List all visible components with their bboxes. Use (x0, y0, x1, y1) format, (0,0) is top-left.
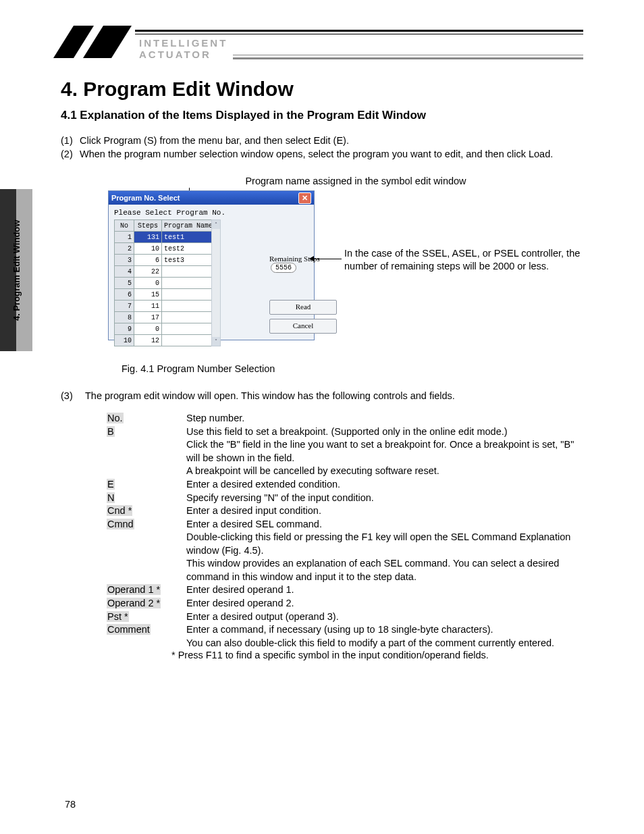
logo-text: INTELLIGENTACTUATOR (139, 37, 227, 61)
cell-name: test1 (162, 232, 215, 243)
definition-row: CommentEnter a command, if necessary (us… (107, 623, 583, 650)
definition-row: EEnter a desired extended condition. (107, 478, 583, 492)
scroll-down-icon[interactable]: ˅ (212, 337, 220, 346)
cell-no: 9 (115, 323, 134, 335)
page-number: 78 (65, 799, 76, 810)
cell-name (162, 323, 215, 335)
cell-steps: 131 (134, 232, 162, 243)
footnote: * Press F11 to find a specific symbol in… (171, 650, 583, 660)
cell-no: 3 (115, 255, 134, 266)
table-row[interactable]: 90 (115, 323, 215, 335)
definition-desc: Enter desired operand 1. (186, 583, 583, 597)
program-select-window: Program No. Select ✕ Please Select Progr… (108, 190, 315, 340)
definition-desc: Enter a desired output (operand 3). (186, 610, 583, 624)
list-number: (3) (61, 390, 85, 401)
definition-term: Operand 1 * (107, 583, 186, 597)
definition-term: E (107, 478, 186, 492)
paragraph: The program edit window will open. This … (85, 390, 455, 401)
cell-name (162, 335, 215, 346)
definition-row: No.Step number. (107, 412, 583, 425)
figure-annotation-side: In the case of the SSEL, ASEL, or PSEL c… (344, 247, 581, 273)
table-row[interactable]: 50 (115, 278, 215, 289)
cell-name (162, 301, 215, 312)
definition-desc: Enter desired operand 2. (186, 597, 583, 610)
definition-row: Operand 1 *Enter desired operand 1. (107, 583, 583, 597)
definition-term: Cmnd (107, 518, 186, 584)
cell-steps: 6 (134, 255, 162, 266)
cell-no: 1 (115, 232, 134, 243)
cell-steps: 12 (134, 335, 162, 346)
definition-term: Pst * (107, 610, 186, 624)
cell-steps: 0 (134, 278, 162, 289)
table-row[interactable]: 711 (115, 301, 215, 312)
figure-caption: Fig. 4.1 Program Number Selection (122, 363, 583, 374)
side-tab: 4. Program Edit Window (0, 189, 32, 351)
logo-mark (61, 24, 128, 60)
definition-term: Comment (107, 623, 186, 650)
read-button[interactable]: Read (269, 300, 337, 315)
figure-annotation-top: Program name assigned in the symbol edit… (128, 176, 583, 186)
definition-row: Cnd *Enter a desired input condition. (107, 504, 583, 518)
definition-term: B (107, 425, 186, 478)
scroll-up-icon[interactable]: ˄ (212, 220, 220, 229)
cell-no: 6 (115, 289, 134, 301)
table-row[interactable]: 36test3 (115, 255, 215, 266)
table-row[interactable]: 422 (115, 266, 215, 278)
col-steps: Steps (134, 220, 162, 232)
cell-steps: 15 (134, 289, 162, 301)
table-row[interactable]: 615 (115, 289, 215, 301)
table-row[interactable]: 1131test1 (115, 232, 215, 243)
cell-name: test2 (162, 243, 215, 255)
definition-term: No. (107, 412, 186, 425)
subsection-heading: 4.1 Explanation of the Items Displayed i… (61, 109, 583, 122)
header: INTELLIGENTACTUATOR (61, 24, 583, 60)
list-number: (1) (61, 134, 80, 148)
definition-desc: Enter a desired SEL command.Double-click… (186, 518, 583, 584)
definition-row: Operand 2 *Enter desired operand 2. (107, 597, 583, 610)
list-number: (2) (61, 148, 80, 161)
definition-term: Operand 2 * (107, 597, 186, 610)
cell-name (162, 289, 215, 301)
side-tab-label: 4. Program Edit Window (0, 189, 32, 351)
cell-steps: 22 (134, 266, 162, 278)
cell-no: 4 (115, 266, 134, 278)
definition-row: Pst *Enter a desired output (operand 3). (107, 610, 583, 624)
paragraph: Click Program (S) from the menu bar, and… (80, 134, 349, 148)
cell-name: test3 (162, 255, 215, 266)
cell-steps: 0 (134, 323, 162, 335)
definition-row: NSpecify reversing "N" of the input cond… (107, 492, 583, 505)
cancel-button[interactable]: Cancel (269, 319, 337, 334)
cell-steps: 17 (134, 312, 162, 323)
paragraph: When the program number selection window… (80, 148, 553, 161)
table-row[interactable]: 1012 (115, 335, 215, 346)
definition-row: BUse this field to set a breakpoint. (Su… (107, 425, 583, 478)
definition-desc: Enter a desired extended condition. (186, 478, 583, 492)
window-prompt: Please Select Program No. (114, 209, 308, 217)
definition-term: Cnd * (107, 504, 186, 518)
cell-name (162, 312, 215, 323)
col-no: No (115, 220, 134, 232)
cell-no: 5 (115, 278, 134, 289)
close-icon[interactable]: ✕ (298, 192, 311, 204)
cell-no: 8 (115, 312, 134, 323)
table-row[interactable]: 817 (115, 312, 215, 323)
section-heading: 4. Program Edit Window (61, 78, 583, 101)
cell-name (162, 266, 215, 278)
program-table[interactable]: No Steps Program Name 1131test1210test23… (114, 219, 215, 346)
definition-desc: Step number. (186, 412, 583, 425)
cell-steps: 10 (134, 243, 162, 255)
definition-desc: Enter a desired input condition. (186, 504, 583, 518)
cell-steps: 11 (134, 301, 162, 312)
window-title: Program No. Select (111, 194, 180, 202)
cell-no: 10 (115, 335, 134, 346)
col-name: Program Name (162, 220, 215, 232)
cell-no: 2 (115, 243, 134, 255)
cell-no: 7 (115, 301, 134, 312)
definition-desc: Use this field to set a breakpoint. (Sup… (186, 425, 583, 478)
window-titlebar[interactable]: Program No. Select ✕ (109, 191, 314, 205)
table-row[interactable]: 210test2 (115, 243, 215, 255)
definition-desc: Enter a command, if necessary (using up … (186, 623, 583, 650)
definition-term: N (107, 492, 186, 505)
scrollbar[interactable]: ˄ ˅ (211, 219, 221, 346)
cell-name (162, 278, 215, 289)
